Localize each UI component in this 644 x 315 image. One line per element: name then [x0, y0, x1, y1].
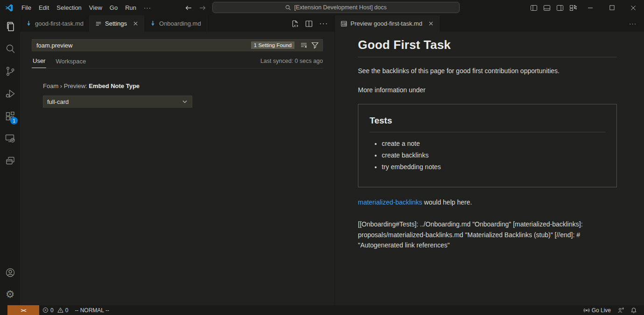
- select-value: full-card: [47, 98, 69, 105]
- more-actions-icon[interactable]: ···: [319, 20, 328, 28]
- tab-good-first-task[interactable]: good-first-task.md: [20, 15, 90, 32]
- settings-scope-tabs: User Workspace Last synced: 0 secs ago: [32, 57, 323, 68]
- filter-settings-icon[interactable]: [311, 41, 319, 49]
- editor-layouts-icon[interactable]: [0, 150, 20, 172]
- embedded-note-card: Tests create a note create backlinks try…: [358, 104, 617, 187]
- remote-icon: ><: [21, 308, 26, 313]
- preview-paragraph: See the backlinks of this page for good …: [358, 67, 617, 75]
- command-center-search[interactable]: [Extension Development Host] docs: [212, 2, 460, 13]
- list-item: create a note: [382, 140, 605, 147]
- menu-more-button[interactable]: ···: [140, 3, 155, 13]
- tab-preview-good-first-task[interactable]: Preview good-first-task.md: [335, 15, 440, 32]
- setting-category-label: Foam › Preview:: [43, 82, 89, 89]
- markdown-file-icon: [26, 21, 32, 27]
- scope-tab-user[interactable]: User: [32, 57, 46, 68]
- activity-bar: 1 ⚙: [0, 15, 20, 305]
- close-tab-icon[interactable]: [428, 21, 434, 26]
- warning-icon: [57, 307, 63, 313]
- remote-indicator[interactable]: ><: [7, 305, 39, 315]
- minimize-button[interactable]: [580, 0, 601, 15]
- toggle-secondary-sidebar-icon[interactable]: [553, 0, 567, 15]
- preview-title: Good First Task: [358, 38, 617, 57]
- extensions-icon[interactable]: 1: [0, 105, 20, 127]
- vim-mode-indicator[interactable]: -- NORMAL --: [71, 305, 112, 315]
- embed-note-type-select[interactable]: full-card: [43, 96, 192, 108]
- chevron-down-icon: [182, 98, 188, 105]
- history-forward-icon[interactable]: [199, 4, 206, 12]
- close-window-button[interactable]: [623, 0, 644, 15]
- right-tab-strip: Preview good-first-task.md ···: [335, 15, 644, 32]
- menu-selection[interactable]: Selection: [53, 3, 85, 13]
- editor-actions: ···: [291, 15, 335, 32]
- maximize-button[interactable]: [601, 0, 623, 15]
- status-bar: >< 0 0 -- NORMAL -- Go Live: [0, 305, 644, 315]
- broadcast-icon: [583, 307, 590, 314]
- customize-layout-icon[interactable]: [567, 0, 580, 15]
- left-tab-strip: good-first-task.md Settings Onboarding.m…: [20, 15, 335, 32]
- menu-view[interactable]: View: [85, 3, 106, 13]
- search-icon: [285, 5, 291, 11]
- feedback-icon[interactable]: [614, 305, 627, 315]
- preview-paragraph: More information under: [358, 86, 617, 94]
- toggle-panel-icon[interactable]: [540, 0, 553, 15]
- open-settings-json-icon[interactable]: [291, 20, 299, 27]
- settings-editor: 1 Setting Found User Workspace Last sync…: [20, 32, 335, 108]
- error-icon: [42, 307, 49, 313]
- split-editor-icon[interactable]: [305, 20, 313, 27]
- menu-go[interactable]: Go: [106, 3, 121, 13]
- setting-name-label: Embed Note Type: [89, 82, 140, 89]
- settings-gear-icon[interactable]: ⚙: [0, 284, 20, 305]
- problems-indicator[interactable]: 0 0: [39, 305, 71, 315]
- remote-explorer-icon[interactable]: [0, 127, 20, 150]
- vscode-logo-icon: [5, 4, 13, 12]
- more-actions-icon[interactable]: ···: [629, 15, 644, 32]
- markdown-file-icon: [150, 21, 156, 27]
- accounts-icon[interactable]: [0, 261, 20, 284]
- explorer-icon[interactable]: [0, 15, 20, 38]
- run-debug-icon[interactable]: [0, 82, 20, 105]
- notifications-bell-icon[interactable]: [627, 305, 640, 315]
- link-tail-text: would help here.: [422, 199, 472, 206]
- toggle-sidebar-icon[interactable]: [527, 0, 540, 15]
- link-references-text: [[Onboarding#Tests]: ../Onboarding.md "O…: [358, 219, 617, 251]
- tab-onboarding[interactable]: Onboarding.md: [144, 15, 207, 32]
- last-synced-label: Last synced: 0 secs ago: [260, 58, 323, 68]
- embedded-note-list: create a note create backlinks try embed…: [370, 140, 605, 171]
- left-editor-group: good-first-task.md Settings Onboarding.m…: [20, 15, 335, 305]
- clear-search-results-icon[interactable]: [300, 41, 308, 49]
- settings-search-bar: 1 Setting Found: [32, 39, 323, 51]
- list-item: try embedding notes: [382, 163, 605, 171]
- close-tab-icon[interactable]: [133, 21, 138, 26]
- markdown-preview-pane: Good First Task See the backlinks of thi…: [335, 32, 644, 251]
- tab-settings[interactable]: Settings: [90, 15, 144, 32]
- go-live-button[interactable]: Go Live: [580, 305, 614, 315]
- menu-file[interactable]: File: [18, 3, 35, 13]
- settings-search-input[interactable]: [36, 42, 251, 49]
- source-control-icon[interactable]: [0, 60, 20, 82]
- menu-edit[interactable]: Edit: [35, 3, 53, 13]
- list-item: create backlinks: [382, 151, 605, 159]
- setting-item-embed-note-type: Foam › Preview: Embed Note Type full-car…: [43, 82, 323, 108]
- materialized-backlinks-link[interactable]: materialized-backlinks: [358, 199, 422, 206]
- title-bar: File Edit Selection View Go Run ··· [Ext…: [0, 0, 644, 15]
- scope-tab-workspace[interactable]: Workspace: [55, 58, 87, 68]
- right-editor-group: Preview good-first-task.md ··· Good Firs…: [335, 15, 644, 305]
- markdown-preview-icon: [341, 21, 347, 27]
- menu-run[interactable]: Run: [121, 3, 140, 13]
- embedded-note-title: Tests: [370, 116, 605, 132]
- history-back-icon[interactable]: [185, 4, 192, 12]
- settings-editor-icon: [95, 21, 102, 27]
- command-center-title: [Extension Development Host] docs: [294, 4, 386, 11]
- settings-result-count-badge: 1 Setting Found: [251, 41, 294, 49]
- extensions-badge: 1: [10, 117, 18, 124]
- search-view-icon[interactable]: [0, 38, 20, 60]
